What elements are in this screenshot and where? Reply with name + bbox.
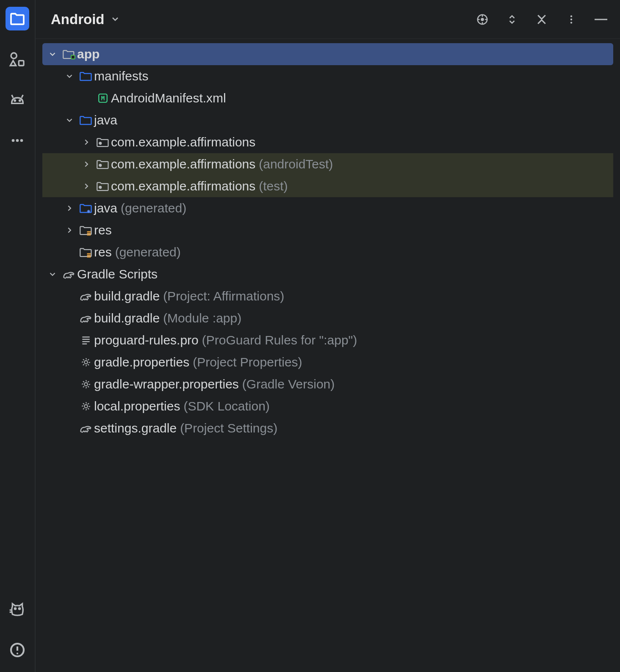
spacer — [61, 336, 78, 345]
spacer — [61, 314, 78, 323]
expand-collapse-icon[interactable] — [505, 12, 519, 27]
chevron-down-icon[interactable] — [44, 50, 61, 59]
spacer — [61, 358, 78, 367]
tree-node-package-main[interactable]: com.example.affirmations — [42, 131, 613, 153]
collapse-all-icon[interactable] — [534, 12, 549, 27]
chevron-down-icon[interactable] — [44, 270, 61, 279]
spacer — [61, 292, 78, 301]
tree-node-label: res — [94, 245, 112, 259]
chevron-right-icon[interactable] — [78, 138, 95, 147]
tree-node-hint: (Module :app) — [163, 311, 241, 325]
project-view-title[interactable]: Android — [51, 11, 104, 28]
chevron-down-icon[interactable] — [61, 72, 78, 81]
tree-node-hint: (test) — [259, 179, 288, 193]
package-folder-icon — [95, 158, 111, 171]
gradle-icon — [61, 268, 77, 281]
svg-point-7 — [16, 139, 19, 142]
tree-node-package-androidtest[interactable]: com.example.affirmations (androidTest) — [42, 153, 613, 175]
tree-node-hint: (androidTest) — [259, 157, 333, 171]
tree-node-res-generated[interactable]: res (generated) — [42, 241, 613, 263]
tree-node-local-properties[interactable]: local.properties (SDK Location) — [42, 395, 613, 417]
problems-tool-button[interactable] — [6, 638, 29, 662]
tree-node-res[interactable]: res — [42, 219, 613, 241]
tree-node-hint: (SDK Location) — [183, 399, 269, 413]
tree-node-hint: (Project Settings) — [180, 421, 277, 435]
tree-node-package-test[interactable]: com.example.affirmations (test) — [42, 175, 613, 197]
hide-icon[interactable] — [594, 12, 608, 27]
svg-point-21 — [570, 18, 572, 20]
text-file-icon — [78, 334, 94, 347]
gear-icon — [78, 400, 94, 413]
generated-folder-icon — [78, 202, 94, 215]
tree-node-proguard[interactable]: proguard-rules.pro (ProGuard Rules for "… — [42, 329, 613, 351]
project-tree: app manifests M AndroidManifest.xml — [36, 39, 620, 672]
chevron-right-icon[interactable] — [78, 182, 95, 191]
tree-node-label: com.example.affirmations — [111, 135, 255, 149]
tree-node-gradle-scripts[interactable]: Gradle Scripts — [42, 263, 613, 285]
tree-node-gradle-properties[interactable]: gradle.properties (Project Properties) — [42, 351, 613, 373]
tree-node-label: com.example.affirmations — [111, 157, 255, 171]
chevron-down-icon[interactable] — [61, 116, 78, 125]
resource-folder-icon — [78, 246, 94, 259]
svg-point-22 — [570, 22, 572, 23]
tree-node-label: gradle.properties — [94, 355, 189, 369]
tree-node-manifest-file[interactable]: M AndroidManifest.xml — [42, 87, 613, 109]
tree-node-app[interactable]: app — [42, 43, 613, 65]
folder-icon — [78, 114, 94, 127]
tree-node-label: AndroidManifest.xml — [111, 91, 226, 105]
tree-node-gradle-wrapper-properties[interactable]: gradle-wrapper.properties (Gradle Versio… — [42, 373, 613, 395]
chevron-right-icon[interactable] — [61, 226, 78, 235]
tree-node-label: build.gradle — [94, 289, 160, 303]
tree-node-hint: (generated) — [121, 201, 186, 215]
options-icon[interactable] — [564, 12, 578, 27]
tree-node-label: java — [94, 113, 117, 127]
tree-node-build-gradle-project[interactable]: build.gradle (Project: Affirmations) — [42, 285, 613, 307]
tree-node-hint: (Project: Affirmations) — [163, 289, 284, 303]
tree-node-label: manifests — [94, 69, 148, 83]
svg-point-19 — [482, 18, 484, 20]
spacer — [61, 402, 78, 411]
tree-node-label: gradle-wrapper.properties — [94, 377, 239, 391]
svg-point-45 — [84, 383, 88, 386]
gear-icon — [78, 378, 94, 391]
package-folder-icon — [95, 136, 111, 149]
spacer — [61, 380, 78, 389]
tree-node-hint: (Gradle Version) — [242, 377, 335, 391]
more-tool-button[interactable] — [6, 129, 29, 152]
svg-point-13 — [17, 653, 18, 654]
tree-node-label: res — [94, 223, 112, 237]
tree-node-java[interactable]: java — [42, 109, 613, 131]
svg-point-10 — [19, 608, 20, 609]
module-folder-icon — [61, 48, 77, 61]
tree-node-hint: (Project Properties) — [193, 355, 302, 369]
chevron-right-icon[interactable] — [61, 204, 78, 213]
svg-rect-1 — [19, 61, 24, 66]
tree-node-settings-gradle[interactable]: settings.gradle (Project Settings) — [42, 417, 613, 439]
resource-manager-tool-button[interactable] — [6, 47, 29, 71]
select-opened-file-icon[interactable] — [475, 12, 490, 27]
folder-icon — [78, 70, 94, 83]
svg-point-6 — [12, 139, 15, 142]
gradle-icon — [78, 422, 94, 435]
tool-rail — [0, 0, 36, 672]
svg-point-5 — [19, 100, 21, 101]
svg-rect-24 — [71, 55, 75, 59]
chevron-down-icon[interactable] — [110, 14, 120, 26]
tree-node-java-generated[interactable]: java (generated) — [42, 197, 613, 219]
cat-tool-button[interactable] — [6, 598, 29, 621]
tree-node-hint: (ProGuard Rules for ":app") — [202, 333, 357, 347]
svg-line-3 — [22, 95, 23, 98]
package-folder-icon — [95, 180, 111, 193]
tree-node-label: settings.gradle — [94, 421, 177, 435]
tree-node-label: local.properties — [94, 399, 180, 413]
tree-node-label: proguard-rules.pro — [94, 333, 199, 347]
project-tool-button[interactable] — [6, 7, 29, 30]
android-tool-button[interactable] — [6, 88, 29, 112]
svg-point-28 — [99, 164, 101, 166]
svg-line-2 — [12, 95, 13, 98]
tree-node-build-gradle-module[interactable]: build.gradle (Module :app) — [42, 307, 613, 329]
chevron-right-icon[interactable] — [78, 160, 95, 169]
svg-point-44 — [84, 361, 88, 364]
tree-node-manifests[interactable]: manifests — [42, 65, 613, 87]
svg-point-8 — [20, 139, 23, 142]
